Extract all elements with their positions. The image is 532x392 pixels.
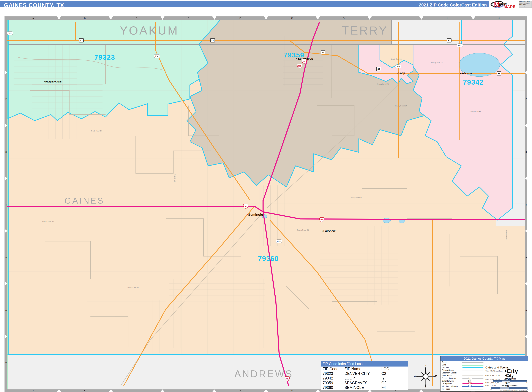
table-row: 79359SEAGRAVESG2 — [321, 381, 408, 385]
grid-notch — [5, 70, 7, 75]
grid-letter: C — [136, 389, 137, 392]
grid-number: 5 — [5, 256, 7, 259]
legend-swatch-interstate: 123 — [462, 386, 483, 387]
grid-notch — [5, 229, 7, 233]
legend-city-size-label: Cities 50,000 - 99,999 — [485, 375, 500, 376]
grid-notch — [525, 176, 527, 180]
grid-notch — [212, 16, 216, 20]
scale-km-segment — [509, 387, 527, 388]
grid-notch — [5, 335, 7, 339]
legend-item-label: County — [442, 361, 448, 363]
page-title: GAINES COUNTY, TX — [4, 2, 64, 9]
grid-notch — [525, 282, 527, 286]
table-row: 79342LOOPI2 — [321, 376, 408, 381]
legend-swatch-primary — [462, 370, 483, 370]
legend-swatch-minor — [462, 375, 483, 376]
legend-city-sample: •City — [504, 382, 510, 384]
grid-letter: B — [84, 389, 86, 392]
grid-letter: A — [33, 389, 34, 392]
grid-notch — [109, 389, 113, 392]
grid-notch — [109, 16, 113, 20]
legend-item-label: State Highways — [442, 380, 454, 382]
scale-miles-segment — [493, 381, 502, 382]
grid-letter: B — [84, 17, 86, 19]
logo-contact-line: EMAIL US AT: — [519, 4, 531, 5]
legend-title: 2021 Gaines County, TX Map — [440, 356, 528, 361]
grid-notch — [5, 123, 7, 127]
grid-number: 7 — [5, 362, 7, 364]
legend-swatch-state — [462, 365, 483, 366]
edition-label: 2021 ZIP Code ColorCast Edition — [419, 3, 487, 8]
scale-km-tick: 0 — [490, 388, 492, 391]
grid-notch — [161, 389, 164, 392]
legend-item-label: Primary Streets — [442, 369, 454, 371]
legend-swatch-county — [462, 362, 483, 363]
grid-letter: D — [188, 389, 189, 392]
grid-notch — [5, 176, 7, 180]
grid-notch — [161, 16, 164, 20]
table-cell: LOOP — [345, 376, 381, 381]
compass-west-label: W — [414, 375, 416, 378]
legend-fine-print: 2021 ©Intelligent Direct, Inc. Wellsboro… — [500, 390, 527, 391]
legend-badge: 123 — [468, 385, 471, 388]
table-header-row: ZIP CodeZIP NameLOC — [321, 367, 408, 371]
grid-notch — [471, 16, 475, 20]
compass-north-label: N — [425, 364, 426, 367]
map-legend: 2021 Gaines County, TX Map CountyStateZI… — [440, 356, 528, 392]
table-cell: C2 — [381, 371, 400, 376]
legend-city-size-label: Cities 1 - 4,999 — [485, 385, 495, 387]
grid-number: 6 — [526, 309, 527, 312]
grid-number: 3 — [5, 150, 7, 153]
grid-notch — [419, 16, 423, 20]
legend-badge: 123 — [468, 377, 472, 379]
legend-badge: 123 — [468, 380, 471, 382]
legend-city-text: City — [506, 373, 513, 378]
table-cell: 79342 — [321, 376, 345, 381]
grid-letter: G — [343, 17, 345, 19]
grid-number: 2 — [526, 98, 527, 100]
grid-notch — [264, 389, 268, 392]
grid-number: 1 — [5, 45, 7, 47]
table-header-cell: ZIP Code — [321, 367, 345, 371]
marketmaps-logo-art: M arket MAPS — [489, 0, 518, 9]
table-cell: SEAGRAVES — [345, 381, 381, 385]
compass-rose: N S W E — [414, 364, 437, 389]
grid-notch — [57, 16, 61, 20]
legend-swatch-countyhwy: 123 — [462, 378, 483, 378]
grid-notch — [525, 335, 527, 339]
grid-notch — [525, 70, 527, 75]
legend-swatch-statehwy: 123 — [462, 381, 483, 381]
scale-km-title: Scale in Kilometers — [501, 385, 517, 387]
scale-miles-segment — [502, 381, 510, 382]
svg-text:M: M — [493, 0, 500, 8]
legend-swatch-secondary — [462, 373, 483, 373]
scale-km-segment — [500, 387, 509, 388]
grid-number: 1 — [526, 45, 527, 47]
map-canvas — [0, 0, 532, 392]
grid-letter: J — [499, 17, 500, 19]
legend-item-label: Secondary Streets — [442, 372, 457, 374]
scale-miles-tick: 2 — [526, 382, 527, 384]
table-header-cell: LOC — [381, 367, 400, 371]
table-cell: 79359 — [321, 381, 345, 385]
legend-item-label: State — [442, 364, 446, 366]
table-header-cell: ZIP Name — [345, 367, 381, 371]
legend-item-label: Minor Streets — [442, 374, 453, 377]
grid-number: 4 — [526, 203, 527, 206]
grid-notch — [525, 123, 527, 127]
scale-km-segment — [491, 387, 500, 388]
grid-letter: I — [447, 17, 448, 19]
compass-east-label: E — [435, 375, 437, 378]
legend-city-size-label: Cities 25,000 - 49,999 — [485, 378, 500, 380]
grid-notch — [5, 282, 7, 286]
grid-number: 6 — [5, 309, 7, 312]
legend-item-label: Interstate Highways — [442, 385, 457, 387]
legend-item-label: US Highways — [442, 383, 453, 385]
table-cell: 79360 — [321, 385, 345, 390]
legend-item-label: County Highways — [442, 377, 456, 379]
logo-tagline: America's Leading Source of Business Map… — [490, 7, 518, 9]
compass-star — [414, 364, 437, 389]
logo-contact-line: 1-888-434-MAPS (6277) — [519, 2, 531, 4]
table-cell: G2 — [381, 381, 400, 385]
grid-notch — [419, 389, 423, 392]
